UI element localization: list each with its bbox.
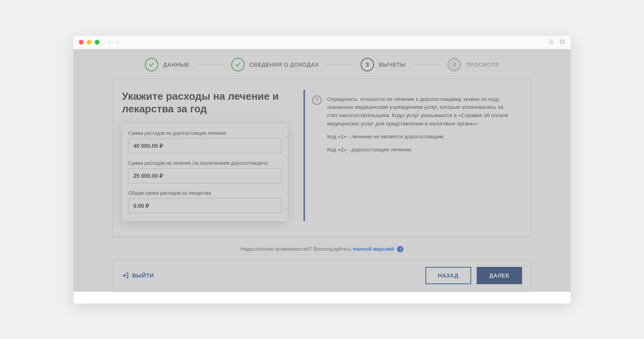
step-1[interactable]: ДАННЫЕ bbox=[145, 58, 189, 71]
tabs-icon[interactable] bbox=[560, 39, 565, 46]
medicine-input[interactable] bbox=[128, 198, 281, 213]
info-paragraph: Код «2» - дорогостоящее лечение. bbox=[327, 146, 515, 154]
window-close-icon[interactable] bbox=[79, 40, 84, 45]
step-number: 4 bbox=[447, 58, 461, 71]
traffic-lights bbox=[79, 40, 99, 45]
window-minimize-icon[interactable] bbox=[87, 40, 92, 45]
field-medicine: Общая сумма расходов на лекарства bbox=[128, 190, 281, 213]
question-icon: ? bbox=[312, 95, 322, 105]
check-icon bbox=[145, 58, 158, 71]
nav-back-icon[interactable]: ‹ bbox=[109, 39, 111, 46]
svg-rect-0 bbox=[561, 39, 564, 43]
content-panel: Укажите расходы на лечение и лекарства з… bbox=[113, 78, 531, 237]
field-expensive-treatment: Сумма расходов на дорогостоящее лечение bbox=[128, 130, 281, 153]
step-label: ПРОСМОТР bbox=[466, 61, 499, 68]
exit-icon bbox=[122, 272, 129, 279]
info-text: Определить, относится ли лечение к дорог… bbox=[327, 95, 515, 155]
left-column: Укажите расходы на лечение и лекарства з… bbox=[122, 90, 288, 221]
step-label: СВЕДЕНИЯ О ДОХОДАХ bbox=[249, 61, 319, 68]
step-4: 4 ПРОСМОТР bbox=[447, 58, 499, 71]
info-paragraph: Код «1» - лечение не является дорогостоя… bbox=[327, 133, 515, 141]
step-connector bbox=[326, 64, 354, 65]
full-version-link[interactable]: полной версией bbox=[353, 246, 394, 252]
field-regular-treatment: Сумма расходов на лечение (за исключение… bbox=[128, 160, 281, 183]
field-label: Общая сумма расходов на лекарства bbox=[128, 190, 281, 196]
app-body: ДАННЫЕ СВЕДЕНИЯ О ДОХОДАХ 3 ВЫЧЕТЫ 4 ПРО… bbox=[73, 49, 571, 292]
share-icon[interactable] bbox=[549, 39, 554, 46]
nav-forward-icon[interactable]: › bbox=[116, 39, 118, 46]
field-label: Сумма расходов на лечение (за исключение… bbox=[128, 160, 281, 166]
helper-row: Недостаточно возможностей? Воспользуйтес… bbox=[73, 237, 571, 259]
step-connector bbox=[413, 64, 440, 65]
field-label: Сумма расходов на дорогостоящее лечение bbox=[128, 130, 281, 136]
step-label: ДАННЫЕ bbox=[163, 61, 189, 68]
action-bar: ВЫЙТИ НАЗАД ДАЛЕЕ bbox=[113, 259, 531, 292]
expensive-treatment-input[interactable] bbox=[128, 138, 281, 153]
svg-rect-1 bbox=[560, 41, 564, 44]
chrome-right bbox=[549, 39, 565, 46]
nav-arrows: ‹ › bbox=[109, 39, 119, 46]
step-3[interactable]: 3 ВЫЧЕТЫ bbox=[361, 58, 406, 71]
step-2[interactable]: СВЕДЕНИЯ О ДОХОДАХ bbox=[231, 58, 319, 71]
back-button[interactable]: НАЗАД bbox=[425, 267, 471, 284]
info-panel: ? Определить, относится ли лечение к дор… bbox=[303, 90, 522, 221]
info-paragraph: Определить, относится ли лечение к дорог… bbox=[327, 95, 515, 129]
step-connector bbox=[197, 64, 224, 65]
exit-label: ВЫЙТИ bbox=[132, 272, 154, 279]
window-maximize-icon[interactable] bbox=[95, 40, 99, 45]
info-icon[interactable]: i bbox=[397, 246, 403, 252]
next-button[interactable]: ДАЛЕЕ bbox=[477, 267, 522, 284]
exit-button[interactable]: ВЫЙТИ bbox=[122, 272, 154, 279]
browser-window: ‹ › ДАННЫЕ bbox=[73, 36, 571, 304]
check-icon bbox=[231, 58, 245, 71]
page-title: Укажите расходы на лечение и лекарства з… bbox=[122, 90, 288, 115]
action-right: НАЗАД ДАЛЕЕ bbox=[425, 267, 522, 284]
step-label: ВЫЧЕТЫ bbox=[379, 61, 406, 68]
regular-treatment-input[interactable] bbox=[128, 168, 281, 183]
helper-text: Недостаточно возможностей? Воспользуйтес… bbox=[241, 246, 353, 252]
expenses-form: Сумма расходов на дорогостоящее лечение … bbox=[122, 123, 288, 221]
browser-chrome: ‹ › bbox=[73, 36, 571, 49]
step-number: 3 bbox=[361, 58, 374, 71]
stepper: ДАННЫЕ СВЕДЕНИЯ О ДОХОДАХ 3 ВЫЧЕТЫ 4 ПРО… bbox=[73, 49, 571, 78]
